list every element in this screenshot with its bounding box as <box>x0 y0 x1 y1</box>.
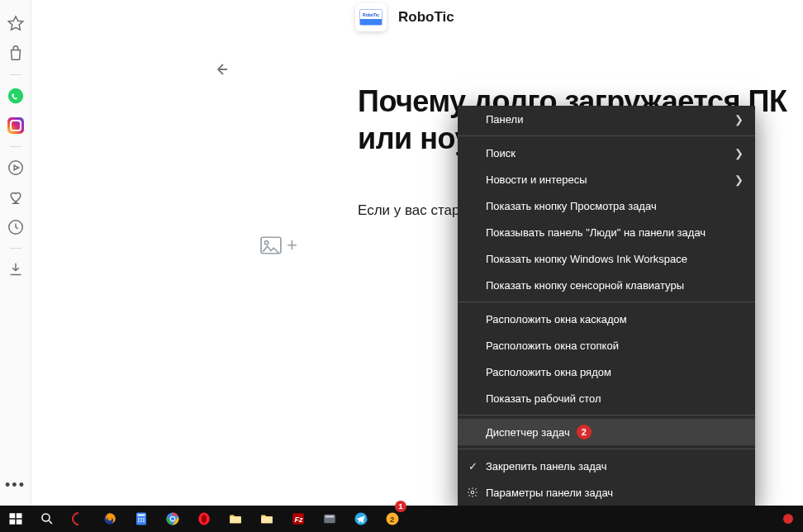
svg-point-18 <box>140 520 142 522</box>
svg-text:2: 2 <box>390 515 395 524</box>
clock-icon[interactable] <box>7 218 25 236</box>
tray-icon[interactable] <box>778 506 798 532</box>
taskbar-app-opera2[interactable] <box>188 506 220 532</box>
svg-point-4 <box>264 241 268 245</box>
menu-item-desktop[interactable]: Показать рабочий стол <box>458 385 755 411</box>
menu-label: Показывать панель "Люди" на панели задач <box>486 226 706 239</box>
search-button[interactable] <box>31 506 63 532</box>
separator <box>10 74 21 75</box>
bag-icon[interactable] <box>7 45 25 63</box>
menu-item-people[interactable]: Показывать панель "Люди" на панели задач <box>458 219 755 245</box>
menu-label: Показать кнопку Windows Ink Workspace <box>486 253 687 265</box>
menu-item-panels[interactable]: Панели❯ <box>458 106 755 132</box>
svg-rect-26 <box>261 517 273 524</box>
menu-item-stack[interactable]: Расположить окна стопкой <box>458 332 755 359</box>
menu-item-news[interactable]: Новости и интересы❯ <box>458 166 755 192</box>
menu-item-ink[interactable]: Показать кнопку Windows Ink Workspace <box>458 245 755 272</box>
menu-item-taskview[interactable]: Показать кнопку Просмотра задач <box>458 192 755 219</box>
menu-item-touchkbd[interactable]: Показать кнопку сенсорной клавиатуры <box>458 272 755 298</box>
plus-icon: + <box>287 235 297 256</box>
start-button[interactable] <box>0 506 31 532</box>
star-icon[interactable] <box>7 15 25 33</box>
taskbar-app-explorer[interactable] <box>220 506 251 532</box>
svg-text:Fz: Fz <box>295 515 303 524</box>
svg-point-17 <box>138 520 140 522</box>
svg-point-34 <box>783 514 793 524</box>
svg-point-14 <box>138 518 140 520</box>
menu-label: Диспетчер задач <box>486 426 570 439</box>
menu-label: Расположить окна каскадом <box>486 313 627 325</box>
article-body-start: Если у вас стар <box>358 202 460 219</box>
taskbar-app-generic[interactable] <box>314 506 345 532</box>
back-button[interactable] <box>211 59 230 79</box>
svg-rect-8 <box>10 520 16 525</box>
play-circle-icon[interactable] <box>7 159 25 177</box>
menu-item-side[interactable]: Расположить окна рядом <box>458 359 755 385</box>
heart-icon[interactable] <box>7 188 25 207</box>
annotation-badge: 1 <box>395 501 406 512</box>
windows-taskbar[interactable]: Fz 21 <box>0 506 803 532</box>
menu-label: Закрепить панель задач <box>486 460 607 473</box>
separator <box>10 248 21 249</box>
media-placeholder[interactable]: + <box>260 235 297 256</box>
menu-label: Показать кнопку Просмотра задач <box>486 200 657 212</box>
taskbar-app-opera[interactable] <box>63 506 94 532</box>
download-icon[interactable] <box>7 260 25 278</box>
chevron-right-icon: ❯ <box>734 147 744 159</box>
taskbar-app-firefox[interactable] <box>94 506 126 532</box>
taskbar-app-filezilla[interactable]: Fz <box>283 506 314 532</box>
menu-item-search[interactable]: Поиск❯ <box>458 140 755 166</box>
menu-label: Параметры панели задач <box>486 487 613 499</box>
svg-point-10 <box>42 514 50 521</box>
svg-point-19 <box>143 520 145 522</box>
svg-point-16 <box>143 518 145 520</box>
taskbar-app-explorer2[interactable] <box>251 506 283 532</box>
menu-divider <box>458 302 755 302</box>
more-icon[interactable]: ••• <box>5 477 26 494</box>
menu-label: Расположить окна стопкой <box>486 340 619 352</box>
menu-item-task-manager[interactable]: Диспетчер задач2 <box>458 419 755 445</box>
svg-point-5 <box>471 491 474 494</box>
menu-label: Показать рабочий стол <box>486 392 601 405</box>
menu-label: Новости и интересы <box>486 173 587 186</box>
taskbar-app-telegram[interactable] <box>345 506 377 532</box>
taskbar-app-calc[interactable] <box>126 506 157 532</box>
main-content: RoboTic RoboTic Почему долго загружается… <box>31 0 803 506</box>
check-icon: ✓ <box>466 459 479 473</box>
svg-rect-30 <box>325 515 335 517</box>
svg-rect-6 <box>10 513 16 518</box>
menu-item-lock-taskbar[interactable]: ✓Закрепить панель задач <box>458 453 755 479</box>
svg-rect-13 <box>138 514 145 516</box>
svg-rect-25 <box>230 517 241 524</box>
taskbar-context-menu: Панели❯ Поиск❯ Новости и интересы❯ Показ… <box>458 106 755 509</box>
taskbar-app-chrome[interactable] <box>157 506 188 532</box>
whatsapp-icon[interactable] <box>7 87 25 105</box>
svg-point-15 <box>140 518 142 520</box>
menu-label: Расположить окна рядом <box>486 366 611 378</box>
svg-rect-9 <box>17 520 22 525</box>
instagram-icon[interactable] <box>7 116 25 135</box>
channel-header[interactable]: RoboTic RoboTic <box>355 3 454 31</box>
menu-divider <box>458 415 755 416</box>
menu-item-taskbar-settings[interactable]: Параметры панели задач <box>458 479 755 506</box>
svg-point-1 <box>8 161 22 175</box>
svg-point-22 <box>171 517 175 521</box>
svg-rect-7 <box>17 513 22 518</box>
taskbar-app-orange[interactable]: 21 <box>377 506 408 532</box>
menu-label: Показать кнопку сенсорной клавиатуры <box>486 279 684 292</box>
system-tray[interactable] <box>778 506 803 532</box>
channel-logo: RoboTic <box>355 3 387 31</box>
chevron-right-icon: ❯ <box>734 173 744 186</box>
menu-label: Панели <box>486 113 523 126</box>
channel-name: RoboTic <box>398 9 454 26</box>
gear-icon <box>466 486 479 499</box>
menu-label: Поиск <box>486 147 516 159</box>
svg-point-0 <box>7 88 22 103</box>
separator <box>10 146 21 147</box>
app-sidebar: ••• <box>0 0 31 506</box>
menu-divider <box>458 135 755 136</box>
menu-divider <box>458 449 755 449</box>
svg-point-24 <box>202 515 207 524</box>
chevron-right-icon: ❯ <box>734 113 744 126</box>
menu-item-cascade[interactable]: Расположить окна каскадом <box>458 306 755 332</box>
